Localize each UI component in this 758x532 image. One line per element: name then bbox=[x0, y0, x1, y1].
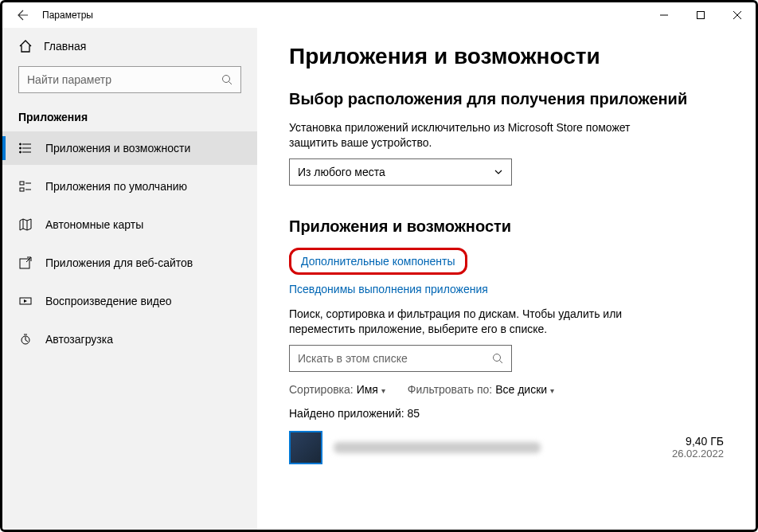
app-icon bbox=[289, 431, 322, 464]
nav-apps-features[interactable]: Приложения и возможности bbox=[2, 131, 257, 165]
svg-point-13 bbox=[20, 147, 21, 149]
chevron-down-icon: ▾ bbox=[381, 386, 385, 395]
maximize-button[interactable] bbox=[682, 2, 719, 28]
video-icon bbox=[18, 294, 33, 308]
svg-rect-17 bbox=[20, 188, 24, 191]
defaults-icon bbox=[18, 179, 33, 194]
svg-point-22 bbox=[494, 354, 501, 361]
search-icon bbox=[492, 353, 503, 364]
optional-features-highlight: Дополнительные компоненты bbox=[289, 248, 467, 275]
nav-label: Приложения по умолчанию bbox=[45, 180, 187, 193]
app-list-item[interactable]: 9,40 ГБ 26.02.2022 bbox=[289, 428, 724, 467]
apps-count: Найдено приложений: 85 bbox=[289, 407, 724, 420]
svg-line-23 bbox=[500, 360, 503, 363]
map-icon bbox=[18, 217, 33, 232]
sidebar-search[interactable]: Найти параметр bbox=[18, 66, 241, 93]
window-buttons bbox=[646, 2, 756, 28]
svg-point-4 bbox=[223, 76, 230, 83]
sidebar-search-placeholder: Найти параметр bbox=[27, 73, 111, 86]
list-icon bbox=[18, 141, 33, 155]
home-icon bbox=[18, 39, 33, 53]
svg-rect-1 bbox=[697, 12, 705, 19]
maximize-icon bbox=[697, 11, 705, 19]
close-button[interactable] bbox=[719, 2, 756, 28]
source-select-value: Из любого места bbox=[298, 166, 385, 178]
back-button[interactable] bbox=[7, 2, 39, 28]
app-aliases-link[interactable]: Псевдонимы выполнения приложения bbox=[289, 283, 488, 295]
sidebar-section-label: Приложения bbox=[2, 106, 257, 131]
search-icon bbox=[221, 74, 232, 85]
nav-label: Автозагрузка bbox=[45, 333, 113, 346]
sidebar: Главная Найти параметр Приложения Прилож… bbox=[2, 28, 257, 530]
apps-search-placeholder: Искать в этом списке bbox=[298, 352, 408, 365]
page-title: Приложения и возможности bbox=[289, 44, 724, 69]
nav-label: Приложения и возможности bbox=[45, 142, 190, 155]
chevron-down-icon bbox=[494, 167, 503, 177]
nav-default-apps[interactable]: Приложения по умолчанию bbox=[2, 170, 257, 203]
section-source-desc: Установка приложений исключительно из Mi… bbox=[289, 120, 671, 151]
filter-value: Все диски bbox=[495, 383, 547, 396]
body: Главная Найти параметр Приложения Прилож… bbox=[2, 28, 756, 530]
svg-line-5 bbox=[229, 82, 232, 85]
arrow-left-icon bbox=[17, 9, 29, 22]
svg-point-14 bbox=[20, 151, 21, 153]
startup-icon bbox=[18, 332, 33, 346]
open-icon bbox=[18, 256, 33, 270]
section-apps-title: Приложения и возможности bbox=[289, 216, 724, 237]
home-nav[interactable]: Главная bbox=[2, 28, 257, 63]
close-icon bbox=[733, 11, 741, 19]
titlebar: Параметры bbox=[2, 2, 756, 28]
nav-label: Воспроизведение видео bbox=[45, 295, 171, 307]
svg-rect-15 bbox=[20, 182, 24, 185]
home-label: Главная bbox=[44, 40, 86, 53]
svg-point-12 bbox=[20, 143, 21, 145]
window-title: Параметры bbox=[42, 10, 93, 21]
apps-search[interactable]: Искать в этом списке bbox=[289, 345, 512, 372]
nav-offline-maps[interactable]: Автономные карты bbox=[2, 208, 257, 241]
sort-label: Сортировка: bbox=[289, 383, 354, 396]
source-select[interactable]: Из любого места bbox=[289, 158, 512, 186]
nav-websites-apps[interactable]: Приложения для веб-сайтов bbox=[2, 246, 257, 280]
minimize-button[interactable] bbox=[646, 2, 682, 28]
app-name-redacted bbox=[334, 442, 541, 453]
app-size: 9,40 ГБ bbox=[672, 435, 724, 448]
filter-control[interactable]: Фильтровать по: Все диски ▾ bbox=[408, 383, 554, 396]
app-meta: 9,40 ГБ 26.02.2022 bbox=[672, 435, 724, 460]
optional-features-link[interactable]: Дополнительные компоненты bbox=[301, 255, 455, 268]
chevron-down-icon: ▾ bbox=[550, 386, 554, 395]
nav-video-playback[interactable]: Воспроизведение видео bbox=[2, 284, 257, 318]
nav-label: Автономные карты bbox=[45, 218, 143, 231]
section-source-title: Выбор расположения для получения приложе… bbox=[289, 88, 724, 109]
sort-filter-row: Сортировка: Имя ▾ Фильтровать по: Все ди… bbox=[289, 383, 724, 396]
app-date: 26.02.2022 bbox=[672, 448, 724, 460]
sort-control[interactable]: Сортировка: Имя ▾ bbox=[289, 383, 385, 396]
nav-label: Приложения для веб-сайтов bbox=[45, 256, 193, 269]
minimize-icon bbox=[660, 11, 668, 19]
sort-value: Имя bbox=[357, 383, 378, 396]
nav-startup[interactable]: Автозагрузка bbox=[2, 323, 257, 356]
filter-label: Фильтровать по: bbox=[408, 383, 492, 396]
main-content: Приложения и возможности Выбор расположе… bbox=[257, 28, 756, 530]
apps-desc: Поиск, сортировка и фильтрация по дискам… bbox=[289, 307, 671, 337]
